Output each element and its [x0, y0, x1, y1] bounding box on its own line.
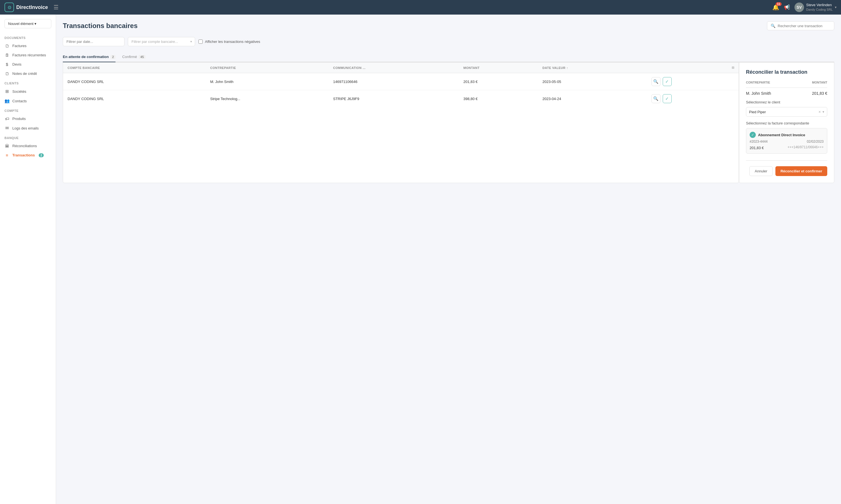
view-button[interactable]: 🔍 [651, 94, 660, 103]
sidebar-item-notes-credit[interactable]: 🗋 Notes de crédit [0, 69, 56, 78]
panel-col-headers: CONTREPARTIE MONTANT [746, 81, 827, 84]
date-filter-input[interactable] [63, 37, 124, 46]
row-actions: 🔍 ✓ [651, 94, 734, 103]
negative-checkbox-wrap[interactable]: Afficher les transactions négatives [198, 39, 260, 44]
sidebar-section-documents: DOCUMENTS 🗋 Factures 🗓 Factures récurren… [0, 33, 56, 78]
sidebar-item-produits[interactable]: 🏷 Produits [0, 114, 56, 123]
bank-filter-select-wrap[interactable]: Filtrer par compte bancaire... ▾ [128, 37, 195, 46]
sidebar-label-produits: Produits [12, 116, 26, 121]
sidebar-section-compte: COMPTE 🏷 Produits ✉ Logs des emails [0, 106, 56, 133]
user-company: Dandy Coding SRL [806, 7, 833, 12]
cell-communication: 146971106646 [328, 73, 459, 90]
table-row: DANDY CODING SRL M. John Smith 146971106… [63, 73, 739, 90]
th-communication: COMMUNICATION ... [328, 62, 459, 73]
invoice-details: #2023-4444 02/02/2023 [750, 140, 824, 144]
client-select[interactable]: Pied Piper × ▾ [746, 107, 827, 116]
section-banque-label: BANQUE [0, 133, 56, 141]
table-row: DANDY CODING SRL Stripe Technolog... STR… [63, 90, 739, 107]
invoice-card-header: ✓ Abonnement Direct Invoice [750, 132, 824, 138]
expand-client-button[interactable]: ▾ [823, 110, 824, 114]
tab-confirme-badge: 45 [139, 55, 145, 59]
sidebar-item-reconciliations[interactable]: 🏛 Réconciliations [0, 141, 56, 150]
invoice-amount: 201,83 € [750, 146, 764, 150]
sidebar-item-logs[interactable]: ✉ Logs des emails [0, 123, 56, 133]
table-header-row: COMPTE BANCAIRE CONTREPARTIE COMMUNICATI… [63, 62, 739, 73]
sidebar-item-transactions[interactable]: ≡ Transactions 2 [0, 150, 56, 160]
sidebar-label-factures-rec: Factures récurrentes [12, 53, 46, 57]
tab-confirme-label: Confirmé [122, 55, 137, 59]
invoice-title: Abonnement Direct Invoice [758, 133, 805, 137]
tag-icon: 🏷 [4, 116, 10, 121]
sidebar-item-factures[interactable]: 🗋 Factures [0, 41, 56, 51]
invoice-reference: +++146/9711/06646+++ [787, 145, 824, 150]
sidebar-item-devis[interactable]: $ Devis [0, 60, 56, 69]
cell-montant: 398,80 € [459, 90, 538, 107]
bank-filter-select[interactable]: Filtrer par compte bancaire... [128, 37, 195, 46]
tab-en-attente[interactable]: En attente de confirmation 2 [63, 52, 115, 62]
new-element-button[interactable]: Nouvel élément ▾ [4, 19, 51, 28]
bank-icon: 🏛 [4, 144, 10, 148]
th-date-valeur[interactable]: DATE VALEUR ↑ [538, 62, 647, 73]
user-name: Steve Verlinden [806, 3, 833, 7]
negative-transactions-checkbox[interactable] [198, 39, 203, 44]
client-selected-value: Pied Piper [749, 110, 819, 114]
panel-col-contrepartie: CONTREPARTIE [746, 81, 770, 84]
cell-compte-bancaire: DANDY CODING SRL [63, 90, 206, 107]
app-name: DirectInvoice [16, 4, 48, 11]
hamburger-icon[interactable]: ☰ [54, 4, 58, 11]
select-invoice-label: Sélectionnez la facture correspondante [746, 121, 827, 125]
cell-communication: STRIPE J6J9F9 [328, 90, 459, 107]
calendar-icon: 🗓 [4, 53, 10, 57]
contacts-icon: 👥 [4, 98, 10, 104]
logo-icon: ⊙ [4, 2, 14, 12]
panel-counterparty-row: M. John Smith 201,83 € [746, 91, 827, 95]
sidebar-label-reconciliations: Réconciliations [12, 144, 37, 148]
filter-icon[interactable]: ⊟ [732, 66, 734, 70]
notification-badge: 11 [776, 2, 782, 6]
th-actions: ⊟ [647, 62, 739, 73]
negative-transactions-label: Afficher les transactions négatives [205, 39, 260, 44]
tab-confirme[interactable]: Confirmé 45 [122, 52, 145, 62]
cell-date: 2023-05-05 [538, 73, 647, 90]
transactions-table-section: COMPTE BANCAIRE CONTREPARTIE COMMUNICATI… [63, 62, 739, 183]
clear-client-button[interactable]: × [819, 110, 821, 114]
panel-montant-value: 201,83 € [812, 91, 827, 95]
main-content: Transactions bancaires 🔍 Filtrer par com… [56, 15, 841, 504]
section-documents-label: DOCUMENTS [0, 33, 56, 41]
cell-date: 2023-04-24 [538, 90, 647, 107]
topnav: ⊙ DirectInvoice ☰ 🔔 11 📢 SV Steve Verlin… [0, 0, 841, 15]
sidebar-item-contacts[interactable]: 👥 Contacts [0, 96, 56, 106]
panel-title: Réconcilier la transaction [746, 69, 827, 75]
notifications-button[interactable]: 🔔 11 [772, 4, 779, 11]
search-icon: 🔍 [771, 23, 775, 28]
view-button[interactable]: 🔍 [651, 77, 660, 86]
app-logo[interactable]: ⊙ DirectInvoice [4, 2, 48, 12]
confirm-button[interactable]: ✓ [663, 77, 672, 86]
search-input[interactable] [777, 24, 830, 28]
reconcile-confirm-button[interactable]: Réconcilier et confirmer [775, 166, 827, 176]
select-client-label: Sélectionnez le client [746, 100, 827, 104]
sidebar-label-logs: Logs des emails [12, 126, 39, 130]
topnav-right: 🔔 11 📢 SV Steve Verlinden Dandy Coding S… [772, 2, 837, 12]
layout: Nouvel élément ▾ DOCUMENTS 🗋 Factures 🗓 … [0, 15, 841, 504]
invoice-number: #2023-4444 [750, 140, 768, 144]
avatar: SV [794, 2, 804, 12]
tab-en-attente-label: En attente de confirmation [63, 55, 109, 59]
megaphone-icon[interactable]: 📢 [784, 4, 790, 11]
cancel-button[interactable]: Annuler [749, 166, 773, 176]
sidebar-item-factures-recurrentes[interactable]: 🗓 Factures récurrentes [0, 51, 56, 60]
invoice-card: ✓ Abonnement Direct Invoice #2023-4444 0… [746, 128, 827, 154]
invoice-amounts: 201,83 € +++146/9711/06646+++ [750, 145, 824, 150]
search-box[interactable]: 🔍 [767, 21, 834, 30]
cell-actions: 🔍 ✓ [647, 73, 739, 90]
panel-footer: Annuler Réconcilier et confirmer [746, 160, 827, 176]
sidebar-label-societes: Sociétés [12, 89, 26, 94]
sidebar-label-notes: Notes de crédit [12, 71, 37, 76]
list-icon: ≡ [4, 153, 10, 158]
sidebar-item-societes[interactable]: ⊞ Sociétés [0, 87, 56, 96]
user-menu[interactable]: SV Steve Verlinden Dandy Coding SRL ▾ [794, 2, 837, 12]
sidebar-label-factures: Factures [12, 44, 26, 48]
confirm-button[interactable]: ✓ [663, 94, 672, 103]
reconcile-panel: Réconcilier la transaction CONTREPARTIE … [739, 62, 834, 183]
th-compte-bancaire: COMPTE BANCAIRE [63, 62, 206, 73]
